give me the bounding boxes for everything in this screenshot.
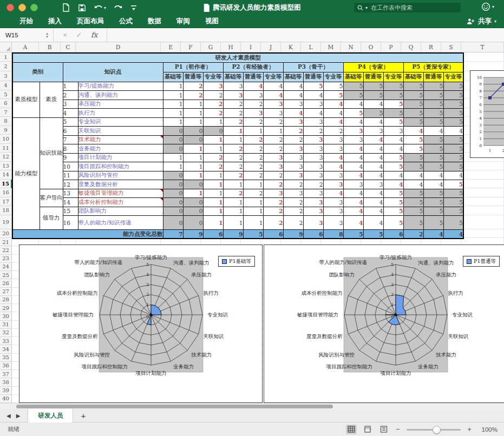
value-cell[interactable]: 3 (263, 109, 283, 118)
value-cell[interactable]: 5 (383, 109, 403, 118)
value-cell[interactable]: 3 (303, 144, 323, 154)
value-cell[interactable]: 5 (383, 82, 403, 91)
row-header-16[interactable]: 16 (0, 188, 12, 197)
value-cell[interactable]: 3 (263, 162, 283, 171)
column-header-O[interactable]: O (361, 42, 381, 52)
category-cell[interactable]: 素质模型 (12, 82, 40, 117)
value-cell[interactable]: 3 (263, 189, 283, 198)
row-header-12[interactable]: 12 (0, 153, 12, 162)
row-number-cell[interactable]: 7 (63, 135, 78, 144)
value-cell[interactable]: 4 (283, 109, 303, 118)
header-sublevel-5-1[interactable]: 基础等 (403, 72, 423, 82)
value-cell[interactable]: 1 (243, 127, 263, 136)
value-cell[interactable]: 4 (383, 144, 403, 154)
radar-chart-p1-normal[interactable]: 012345学习/提炼能力沟通、谈判能力承压能力执行力专业知识关联知识技术能力业… (264, 245, 504, 403)
value-cell[interactable]: 5 (403, 82, 423, 91)
knowledge-point-cell[interactable]: 专业知识 (78, 117, 163, 127)
knowledge-point-cell[interactable]: 团队影响力 (78, 207, 163, 216)
value-cell[interactable]: 5 (383, 153, 403, 162)
total-value-cell[interactable]: 6 (263, 230, 283, 239)
column-header-H[interactable]: H (221, 42, 241, 52)
value-cell[interactable]: 4 (323, 153, 343, 162)
table-title-cell[interactable]: 研发人才素质模型 (12, 53, 463, 62)
row-number-cell[interactable]: 5 (63, 117, 78, 127)
value-cell[interactable]: 2 (283, 198, 303, 207)
value-cell[interactable]: 4 (443, 127, 463, 136)
header-sublevel-4-1[interactable]: 基础等 (343, 72, 363, 82)
row-number-cell[interactable]: 13 (63, 189, 78, 198)
value-cell[interactable]: 4 (383, 171, 403, 180)
value-cell[interactable]: 5 (403, 153, 423, 162)
value-cell[interactable]: 4 (363, 162, 383, 171)
value-cell[interactable]: 0 (183, 207, 203, 216)
value-cell[interactable]: 4 (323, 109, 343, 118)
value-cell[interactable]: 2 (223, 171, 243, 180)
value-cell[interactable]: 4 (363, 135, 383, 144)
knowledge-point-cell[interactable]: 承压能力 (78, 100, 163, 109)
column-header-G[interactable]: G (201, 42, 221, 52)
header-sublevel-5-2[interactable]: 普通等 (423, 72, 443, 82)
ribbon-tab-2[interactable]: 页面布局 (69, 15, 112, 28)
horizontal-scrollbar-thumb[interactable] (16, 405, 333, 408)
value-cell[interactable]: 0 (163, 198, 183, 207)
value-cell[interactable]: 3 (323, 144, 343, 154)
value-cell[interactable]: 5 (443, 109, 463, 118)
save-icon[interactable] (78, 4, 86, 12)
row-header-6[interactable]: 6 (0, 99, 12, 108)
value-cell[interactable]: 2 (323, 127, 343, 136)
value-cell[interactable]: 4 (403, 171, 423, 180)
minimize-window-button[interactable] (18, 4, 26, 11)
value-cell[interactable]: 4 (343, 153, 363, 162)
value-cell[interactable]: 5 (443, 135, 463, 144)
value-cell[interactable]: 1 (243, 180, 263, 189)
column-header-J[interactable]: J (261, 42, 281, 52)
value-cell[interactable]: 5 (423, 189, 443, 198)
feedback-dropdown-icon[interactable]: ▾ (492, 4, 494, 9)
chart-legend[interactable]: P1普通等 (463, 256, 500, 267)
knowledge-point-cell[interactable]: 业务能力 (78, 144, 163, 154)
row-header-28[interactable]: 28 (0, 296, 12, 304)
value-cell[interactable]: 4 (343, 171, 363, 180)
row-number-cell[interactable]: 11 (63, 171, 78, 180)
value-cell[interactable]: 4 (363, 100, 383, 109)
value-cell[interactable]: 5 (423, 100, 443, 109)
value-cell[interactable]: 5 (383, 162, 403, 171)
header-level-5[interactable]: P5（资深专家） (403, 62, 463, 72)
worksheet-area[interactable]: ABCDEFGHIJKLMNOPQRST12345678910111213141… (0, 42, 504, 403)
value-cell[interactable]: 2 (283, 135, 303, 144)
value-cell[interactable]: 0 (183, 127, 203, 136)
value-cell[interactable]: 4 (423, 171, 443, 180)
value-cell[interactable]: 2 (203, 153, 223, 162)
value-cell[interactable]: 1 (243, 216, 263, 230)
value-cell[interactable]: 3 (243, 109, 263, 118)
value-cell[interactable]: 1 (203, 207, 223, 216)
value-cell[interactable]: 5 (443, 198, 463, 207)
value-cell[interactable]: 5 (423, 144, 443, 154)
column-header-T[interactable]: T (461, 42, 504, 52)
feedback-control[interactable]: ▾ (481, 2, 494, 11)
value-cell[interactable]: 5 (443, 144, 463, 154)
value-cell[interactable]: 2 (263, 144, 283, 154)
column-header-Q[interactable]: Q (401, 42, 421, 52)
value-cell[interactable]: 5 (443, 216, 463, 230)
value-cell[interactable]: 2 (303, 127, 323, 136)
header-sublevel-5-3[interactable]: 专业等 (443, 72, 463, 82)
redo-icon[interactable] (114, 4, 123, 11)
row-header-2[interactable]: 2 (0, 62, 12, 71)
value-cell[interactable]: 4 (263, 91, 283, 100)
total-value-cell[interactable]: 6 (303, 230, 323, 239)
row-header-10[interactable]: 10 (0, 135, 12, 144)
value-cell[interactable]: 4 (323, 189, 343, 198)
insert-function-icon[interactable]: fx (86, 31, 102, 39)
value-cell[interactable]: 0 (163, 189, 183, 198)
value-cell[interactable]: 2 (303, 180, 323, 189)
row-header-22[interactable]: 22 (0, 246, 12, 254)
total-value-cell[interactable]: 5 (343, 230, 363, 239)
value-cell[interactable]: 1 (163, 109, 183, 118)
value-cell[interactable]: 4 (363, 144, 383, 154)
value-cell[interactable]: 5 (343, 82, 363, 91)
subcategory-cell[interactable]: 知识技能 (40, 117, 63, 189)
value-cell[interactable]: 2 (283, 216, 303, 230)
total-value-cell[interactable]: 6 (383, 230, 403, 239)
column-header-N[interactable]: N (341, 42, 361, 52)
